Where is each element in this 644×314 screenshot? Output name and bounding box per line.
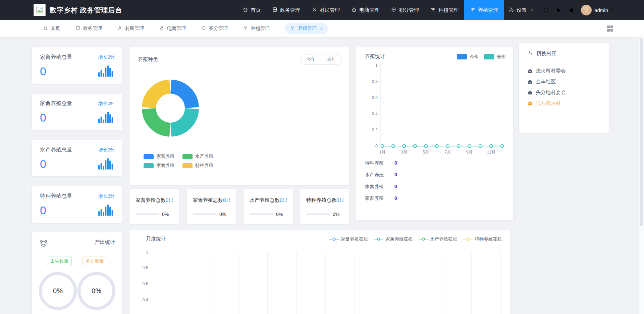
legend-item[interactable]: 家禽养殖 — [144, 163, 182, 169]
document-icon — [272, 7, 278, 13]
user-avatar[interactable] — [581, 5, 592, 15]
tab-planting[interactable]: 种植管理 — [243, 26, 270, 32]
death-count-tag[interactable]: 死亡数量 — [83, 257, 107, 266]
nav-item-label: 首页 — [251, 7, 261, 13]
village-item-active[interactable]: 官方演示村 — [528, 100, 600, 106]
nav-item-settings[interactable]: 设置 — [504, 0, 539, 20]
legend-item[interactable]: 水产养殖 — [182, 153, 221, 160]
village-list: 烽火墩村委会 金丰社区 头分地村委会 官方演示村 — [519, 62, 609, 112]
nav-item-villagers[interactable]: 村民管理 — [306, 0, 345, 20]
count-label: 水产养殖总数 — [250, 197, 280, 203]
stats-row-value: 0 — [394, 160, 397, 166]
donut-chart[interactable] — [137, 75, 204, 142]
fullscreen-icon[interactable] — [539, 0, 552, 20]
progress-percent: 0% — [333, 212, 339, 217]
coin-icon — [201, 26, 206, 32]
tab-home[interactable]: 首页 — [43, 26, 60, 32]
person-icon — [117, 26, 122, 32]
tab-breeding-active[interactable]: 养殖管理 × — [285, 23, 328, 34]
legend-item[interactable]: 家畜养殖 — [144, 153, 182, 160]
this-year-button[interactable]: 今年 — [301, 54, 321, 64]
nav-item-home[interactable]: 首页 — [237, 0, 266, 20]
legend-item[interactable]: 去年 — [484, 54, 506, 60]
sprout-icon — [430, 7, 436, 13]
svg-text:0.8: 0.8 — [143, 265, 148, 270]
donut-legend: 家畜养殖 水产养殖 家禽养殖 特种养殖 — [144, 153, 221, 169]
legend-item[interactable]: 特种养殖 — [182, 163, 221, 169]
monthly-stats-card: 月度统计 家畜养殖在栏 家禽养殖在栏 水产养殖在栏 特种养殖在栏 — [129, 230, 510, 314]
close-icon[interactable]: × — [320, 26, 323, 31]
chevron-down-icon[interactable] — [610, 7, 614, 13]
nav-item-government[interactable]: 政务管理 — [266, 0, 306, 20]
legend-swatch — [182, 163, 193, 168]
sprout-icon — [290, 26, 295, 32]
nav-item-breeding[interactable]: 养殖管理 — [464, 0, 504, 20]
legend-item[interactable]: 家禽养殖在栏 — [374, 236, 413, 242]
stat-growth: 增长0% — [98, 147, 114, 153]
legend-label: 水产养殖 — [195, 153, 213, 160]
tab-label: 种植管理 — [251, 26, 270, 32]
scrollbar-thumb[interactable] — [640, 38, 643, 226]
home-icon — [243, 7, 248, 13]
legend-item[interactable]: 家畜养殖在栏 — [329, 236, 368, 242]
person-icon — [312, 7, 317, 13]
village-card-header: 切换村庄 — [519, 43, 609, 62]
progress-bar — [136, 213, 159, 215]
stats-row-label: 家禽养殖 — [365, 184, 384, 190]
legend-item[interactable]: 特种养殖在栏 — [463, 236, 502, 242]
app-logo-broken-image-icon — [34, 4, 46, 16]
monthly-grid-chart[interactable]: 1 0.8 0.6 0.4 — [129, 245, 510, 314]
tab-overview-grid-icon[interactable] — [607, 26, 613, 32]
nav-item-label: 电商管理 — [359, 7, 379, 13]
nav-actions: admin — [539, 0, 644, 20]
line-chart[interactable]: 1 0.8 0.6 0.4 0.2 0 1月 3月 5月 7月 9月 11月 — [356, 61, 513, 158]
village-item[interactable]: 金丰社区 — [528, 79, 600, 85]
nav-item-planting[interactable]: 种植管理 — [425, 0, 464, 20]
scrollbar-track[interactable] — [639, 20, 644, 314]
stats-row-value: 0 — [394, 184, 397, 190]
nav-item-ecommerce[interactable]: 电商管理 — [345, 0, 385, 20]
coin-icon — [391, 7, 396, 13]
house-icon — [528, 79, 533, 84]
legend-item[interactable]: 今年 — [457, 54, 479, 60]
count-value: 0只 — [280, 197, 287, 203]
village-item[interactable]: 头分地村委会 — [528, 89, 600, 96]
nav-item-label: 养殖管理 — [478, 7, 498, 13]
username: admin — [594, 7, 608, 13]
stat-card-livestock: 家畜养殖总量 增长0% 0 — [32, 47, 122, 84]
app-title: 数字乡村 政务管理后台 — [50, 6, 122, 15]
tab-government[interactable]: 政务管理 — [75, 26, 102, 32]
tabbar: 首页 政务管理 村民管理 电商管理 积分管理 种植管理 养殖管理 × — [0, 20, 644, 37]
svg-text:0.6: 0.6 — [143, 281, 148, 286]
tab-ecommerce[interactable]: 电商管理 — [159, 26, 186, 32]
nav-item-label: 积分管理 — [399, 7, 419, 13]
legend-swatch — [182, 154, 193, 159]
stats-row: 家禽养殖0 — [365, 184, 397, 190]
last-year-button[interactable]: 去年 — [321, 54, 341, 64]
village-item[interactable]: 烽火墩村委会 — [528, 68, 600, 74]
ring-percent: 0% — [53, 287, 63, 295]
sprout-icon — [470, 7, 476, 13]
count-value: 0只 — [166, 197, 173, 203]
tag-icon[interactable] — [552, 0, 565, 20]
progress-bar — [250, 213, 273, 215]
count-card-poultry: 家禽养殖总数0只 0% — [187, 189, 236, 224]
nav-item-points[interactable]: 积分管理 — [385, 0, 425, 20]
stats-row-label: 水产养殖 — [365, 172, 384, 178]
legend-label: 家禽养殖在栏 — [385, 236, 413, 242]
svg-text:1: 1 — [375, 63, 378, 68]
stat-label: 家禽养殖总量 — [40, 100, 72, 107]
tab-villagers[interactable]: 村民管理 — [117, 26, 144, 32]
top-navbar: 数字乡村 政务管理后台 首页 政务管理 村民管理 电商管理 积分管理 — [0, 0, 644, 20]
svg-text:3月: 3月 — [401, 150, 407, 154]
svg-text:7月: 7月 — [444, 150, 451, 154]
legend-item[interactable]: 水产养殖在栏 — [419, 236, 457, 242]
nav-menu: 首页 政务管理 村民管理 电商管理 积分管理 种植管理 — [237, 0, 539, 20]
birth-count-tag[interactable]: 出生数量 — [47, 257, 72, 266]
count-card-aquatic: 水产养殖总数0只 0% — [244, 189, 293, 224]
legend-swatch — [457, 54, 467, 59]
tab-points[interactable]: 积分管理 — [201, 26, 228, 32]
refresh-icon[interactable] — [565, 0, 578, 20]
svg-text:0.4: 0.4 — [372, 111, 378, 116]
output-tags: 出生数量 死亡数量 — [39, 257, 115, 266]
